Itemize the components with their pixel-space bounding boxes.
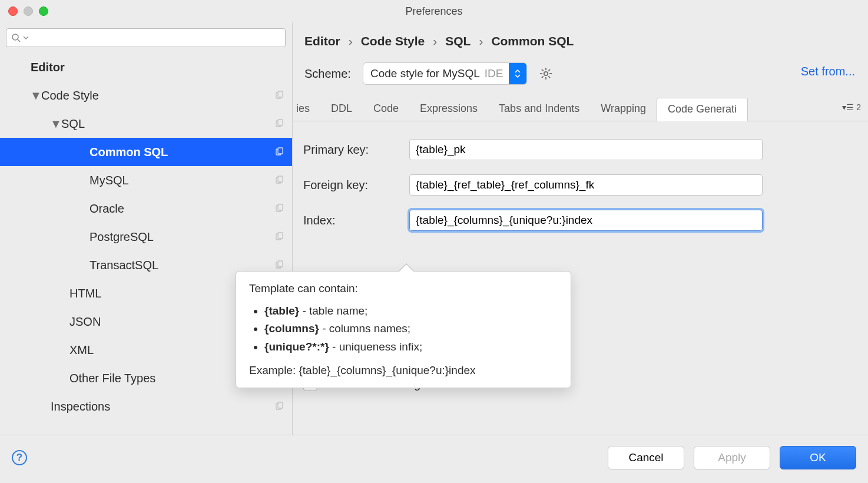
- window-title: Preferences: [0, 5, 868, 18]
- scheme-scope-icon: [274, 204, 284, 213]
- up-down-icon: [509, 62, 526, 85]
- tab-queries-partial[interactable]: ies: [293, 98, 320, 121]
- index-label: Index:: [303, 214, 409, 227]
- scheme-scope-icon: [274, 232, 284, 242]
- chevron-down-icon: ▼: [51, 117, 61, 131]
- tab-code[interactable]: Code: [363, 98, 409, 121]
- breadcrumb-item[interactable]: Code Style: [361, 34, 425, 48]
- chevron-right-icon: ›: [479, 34, 483, 48]
- scheme-scope-icon: [274, 119, 284, 128]
- scheme-scope: IDE: [485, 67, 503, 80]
- scheme-scope-icon: [274, 91, 284, 100]
- search-input[interactable]: [6, 28, 286, 47]
- tree-inspections[interactable]: Inspections: [0, 392, 292, 421]
- svg-line-23: [542, 70, 544, 71]
- foreign-key-label: Foreign key:: [303, 178, 409, 192]
- tree-label: Editor: [31, 61, 284, 74]
- search-icon: [11, 33, 21, 42]
- tree-label: Inspections: [51, 400, 274, 413]
- breadcrumb: Editor › Code Style › SQL › Common SQL: [293, 22, 868, 60]
- tooltip-item: {unique?*:*} - uniqueness infix;: [264, 338, 558, 356]
- primary-key-input[interactable]: [409, 139, 763, 160]
- tree-editor[interactable]: Editor: [0, 53, 292, 81]
- breadcrumb-item: Common SQL: [491, 34, 574, 48]
- row-foreign-key: Foreign key:: [303, 167, 868, 203]
- tree-label: MySQL: [90, 174, 274, 187]
- scheme-row: Scheme: Code style for MySQL IDE Set fro…: [293, 60, 868, 98]
- tooltip-example: Example: {table}_{columns}_{unique?u:}in…: [249, 364, 558, 377]
- scheme-scope-icon: [274, 176, 284, 185]
- chevron-right-icon: ›: [349, 34, 353, 48]
- scheme-select[interactable]: Code style for MySQL IDE: [363, 62, 528, 85]
- tab-expressions[interactable]: Expressions: [409, 98, 488, 121]
- svg-point-0: [12, 34, 18, 40]
- svg-rect-17: [278, 402, 283, 408]
- help-button[interactable]: ?: [12, 450, 27, 465]
- foreign-key-input[interactable]: [409, 174, 763, 196]
- scheme-scope-icon: [274, 147, 284, 157]
- tree-label: Oracle: [90, 202, 274, 216]
- tooltip-item: {columns} - columns names;: [264, 320, 558, 338]
- tab-bar: ies DDL Code Expressions Tabs and Indent…: [293, 98, 868, 121]
- primary-key-label: Primary key:: [303, 143, 409, 157]
- set-from-link[interactable]: Set from...: [801, 65, 855, 78]
- svg-line-24: [549, 76, 551, 78]
- svg-rect-3: [278, 91, 283, 97]
- tree-common-sql[interactable]: Common SQL: [0, 138, 292, 166]
- tree-code-style[interactable]: ▼ Code Style: [0, 81, 292, 110]
- svg-rect-9: [278, 176, 283, 182]
- tree-label: SQL: [61, 117, 274, 131]
- svg-rect-5: [278, 120, 283, 125]
- tree-sql[interactable]: ▼ SQL: [0, 110, 292, 138]
- tree-label: TransactSQL: [90, 259, 274, 272]
- tab-ddl[interactable]: DDL: [320, 98, 363, 121]
- tooltip-list: {table} - table name; {columns} - column…: [249, 302, 558, 356]
- ok-button[interactable]: OK: [780, 446, 856, 469]
- tab-wrapping[interactable]: Wrapping: [590, 98, 657, 121]
- scheme-scope-icon: [274, 260, 284, 270]
- tree-label: Common SQL: [90, 145, 274, 159]
- scheme-value: Code style for MySQL: [370, 67, 480, 80]
- tree-label: Code Style: [41, 89, 274, 102]
- dialog-footer: ? Cancel Apply OK: [0, 435, 868, 479]
- index-input[interactable]: [409, 210, 763, 231]
- apply-button[interactable]: Apply: [694, 446, 770, 469]
- svg-rect-7: [278, 148, 283, 154]
- tab-tabs-and-indents[interactable]: Tabs and Indents: [488, 98, 590, 121]
- row-primary-key: Primary key:: [303, 132, 868, 167]
- svg-line-25: [542, 76, 544, 78]
- tab-code-generation[interactable]: Code Generati: [657, 98, 748, 121]
- breadcrumb-item[interactable]: Editor: [304, 34, 340, 48]
- breadcrumb-item[interactable]: SQL: [445, 34, 471, 48]
- svg-line-26: [549, 70, 551, 71]
- svg-rect-15: [278, 261, 283, 267]
- tooltip-item: {table} - table name;: [264, 302, 558, 320]
- tabs-overflow[interactable]: ▾☰ 2: [835, 98, 868, 121]
- row-index: Index:: [303, 203, 868, 238]
- svg-rect-11: [278, 204, 283, 210]
- chevron-right-icon: ›: [433, 34, 437, 48]
- gear-icon[interactable]: [539, 67, 553, 81]
- titlebar: Preferences: [0, 0, 868, 22]
- tree-postgresql[interactable]: PostgreSQL: [0, 223, 292, 251]
- cancel-button[interactable]: Cancel: [608, 446, 684, 469]
- chevron-down-icon: [23, 35, 29, 41]
- template-tooltip: Template can contain: {table} - table na…: [236, 271, 571, 388]
- tooltip-title: Template can contain:: [249, 282, 558, 295]
- svg-point-18: [544, 72, 548, 75]
- svg-line-1: [18, 39, 20, 42]
- tree-mysql[interactable]: MySQL: [0, 166, 292, 194]
- scheme-label: Scheme:: [304, 67, 351, 81]
- svg-rect-13: [278, 233, 283, 239]
- tree-oracle[interactable]: Oracle: [0, 194, 292, 223]
- tree-label: PostgreSQL: [90, 230, 274, 244]
- scheme-scope-icon: [274, 402, 284, 411]
- chevron-down-icon: ▼: [31, 89, 41, 102]
